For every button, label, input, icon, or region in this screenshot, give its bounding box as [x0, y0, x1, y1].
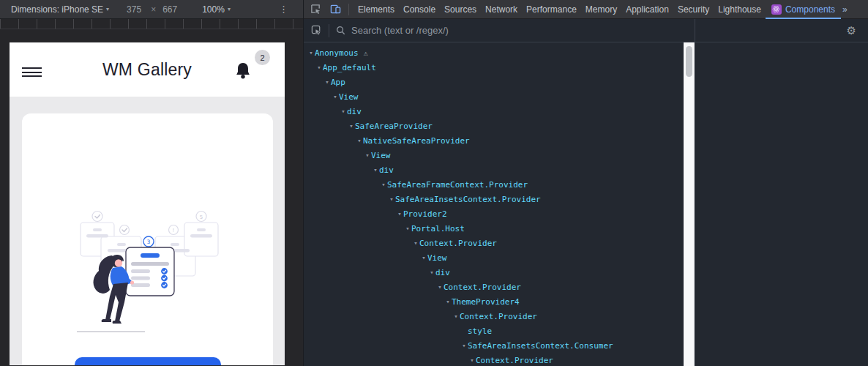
toggle-device-toolbar-icon[interactable]	[329, 4, 341, 15]
tree-row[interactable]: ▾Context.Provider	[304, 280, 684, 294]
tree-row[interactable]: ▾App_default	[304, 60, 684, 75]
expander-caret-icon[interactable]: ▾	[404, 225, 411, 232]
tree-row[interactable]: ▾SafeAreaInsetsContext.Consumer	[304, 338, 684, 353]
screen: Dimensions: iPhone SE ▾ 375 × 667 100% ▾…	[0, 0, 868, 366]
notification-bell-icon[interactable]	[235, 61, 251, 81]
expander-caret-icon[interactable]: ▾	[428, 269, 435, 276]
device-emulation-area: Dimensions: iPhone SE ▾ 375 × 667 100% ▾…	[0, 0, 303, 366]
component-name: div	[379, 165, 394, 175]
more-options-icon[interactable]: ⋮	[279, 4, 288, 15]
component-name: Context.Provider	[444, 283, 521, 292]
tree-row[interactable]: ▾div	[304, 163, 684, 177]
tab-components-label: Components	[785, 4, 835, 15]
expander-caret-icon[interactable]: ▾	[340, 108, 347, 115]
panel-divider	[695, 19, 695, 42]
tree-row[interactable]: ▾Context.Provider	[304, 236, 684, 250]
tab-security[interactable]: Security	[673, 0, 714, 19]
expander-caret-icon[interactable]: ▾	[364, 152, 371, 159]
component-name: App	[331, 78, 345, 87]
pick-element-icon[interactable]	[310, 25, 322, 37]
props-inspector-pane	[695, 42, 868, 366]
inspect-element-icon[interactable]	[310, 4, 321, 15]
more-tabs-icon[interactable]: »	[842, 4, 848, 15]
expander-caret-icon[interactable]: ▾	[356, 137, 363, 144]
components-panel-body: ▾Anonymous⚠▾App_default▾App▾View▾div▾Saf…	[304, 42, 868, 366]
tree-row[interactable]: ▾Provider2	[304, 206, 684, 221]
expander-caret-icon[interactable]: ▾	[315, 64, 323, 71]
tree-row[interactable]: ▾View	[304, 148, 684, 163]
expander-caret-icon[interactable]: ▾	[412, 239, 419, 247]
expander-caret-icon[interactable]: ▾	[420, 254, 427, 261]
device-toolbar: Dimensions: iPhone SE ▾ 375 × 667 100% ▾…	[0, 0, 303, 19]
component-name: Provider2	[403, 209, 447, 219]
component-name: NativeSafeAreaProvider	[363, 136, 470, 146]
tree-row[interactable]: ▾View	[304, 89, 684, 104]
app-header: WM Gallery 2	[10, 42, 285, 97]
component-name: Context.Provider	[460, 312, 537, 321]
toolbar-divider	[348, 4, 349, 15]
expander-caret-icon[interactable]: ▾	[348, 122, 355, 130]
expander-caret-icon[interactable]: ▾	[307, 49, 315, 56]
tab-performance[interactable]: Performance	[522, 0, 581, 19]
tab-application[interactable]: Application	[621, 0, 673, 19]
tab-components[interactable]: Components	[766, 0, 841, 19]
component-name: SafeAreaProvider	[355, 122, 433, 131]
tree-row[interactable]: ▾Portal.Host	[304, 221, 684, 236]
warning-icon: ⚠	[364, 49, 368, 57]
components-panel-toolbar: ⚙	[304, 19, 868, 42]
tab-sources[interactable]: Sources	[440, 0, 481, 19]
component-name: View	[427, 253, 447, 263]
app-title: WM Gallery	[102, 60, 192, 80]
component-name: View	[371, 151, 391, 160]
expander-caret-icon[interactable]: ▾	[380, 181, 387, 188]
expander-caret-icon[interactable]: ▾	[468, 356, 476, 364]
content-card: ! 5 3	[22, 113, 273, 365]
tab-memory[interactable]: Memory	[581, 0, 621, 19]
horizontal-ruler	[0, 19, 303, 29]
component-name: Portal.Host	[411, 224, 465, 234]
expander-caret-icon[interactable]: ▾	[388, 195, 395, 203]
tree-row[interactable]: ▾Anonymous⚠	[304, 45, 684, 60]
gear-icon[interactable]: ⚙	[847, 24, 856, 37]
times-icon: ×	[151, 4, 156, 15]
component-name: div	[347, 107, 362, 116]
tab-elements[interactable]: Elements	[353, 0, 399, 19]
expander-caret-icon[interactable]: ▾	[372, 166, 379, 173]
tree-row[interactable]: ▾NativeSafeAreaProvider	[304, 133, 684, 148]
tree-row[interactable]: ▾SafeAreaProvider	[304, 119, 684, 133]
tree-row[interactable]: ▾Context.Provider	[304, 309, 684, 324]
tree-row[interactable]: ▾ThemeProvider4	[304, 294, 684, 309]
svg-text:5: 5	[200, 214, 203, 220]
tree-row[interactable]: ▾App	[304, 75, 684, 89]
expander-caret-icon[interactable]: ▾	[460, 342, 468, 349]
scrollbar-thumb[interactable]	[686, 46, 692, 77]
components-search-input[interactable]	[351, 25, 847, 36]
tree-row[interactable]: ▾SafeAreaFrameContext.Provider	[304, 177, 684, 192]
tree-scrollbar[interactable]	[684, 42, 695, 366]
tab-console[interactable]: Console	[399, 0, 440, 19]
expander-caret-icon[interactable]: ▾	[332, 93, 339, 100]
device-width-field[interactable]: 375	[127, 4, 141, 15]
expander-caret-icon[interactable]: ▾	[323, 78, 331, 86]
tree-row[interactable]: ▾div	[304, 265, 684, 280]
tree-row[interactable]: style	[304, 324, 684, 338]
expander-caret-icon[interactable]: ▾	[396, 210, 403, 217]
primary-cta-button[interactable]	[75, 357, 221, 365]
tree-row[interactable]: ▾div	[304, 104, 684, 119]
device-dimensions-select[interactable]: Dimensions: iPhone SE	[11, 4, 103, 15]
tree-row[interactable]: ▾View	[304, 250, 684, 265]
device-zoom-select[interactable]: 100%	[202, 4, 225, 15]
device-height-field[interactable]: 667	[162, 4, 177, 15]
expander-caret-icon[interactable]: ▾	[444, 298, 452, 305]
tab-network[interactable]: Network	[481, 0, 522, 19]
expander-caret-icon[interactable]: ▾	[436, 283, 444, 291]
devtools-pane: ElementsConsoleSourcesNetworkPerformance…	[303, 0, 868, 366]
devtools-tab-bar: ElementsConsoleSourcesNetworkPerformance…	[304, 0, 868, 19]
tree-row[interactable]: ▾SafeAreaInsetsContext.Provider	[304, 192, 684, 206]
hamburger-menu-icon[interactable]	[22, 67, 42, 77]
tab-lighthouse[interactable]: Lighthouse	[714, 0, 766, 19]
expander-caret-icon[interactable]: ▾	[452, 313, 460, 320]
component-name: ThemeProvider4	[452, 297, 520, 307]
tree-row[interactable]: ▾Context.Provider	[304, 353, 684, 366]
notification-badge: 2	[255, 50, 270, 65]
